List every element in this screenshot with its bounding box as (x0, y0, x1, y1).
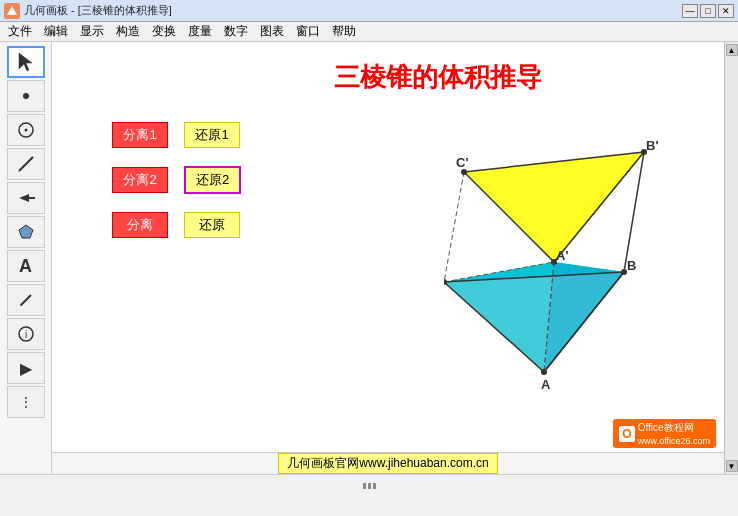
main-layout: A i ▶ ⋮ 三棱锥的体积推导 分离1 还原1 (0, 42, 738, 474)
title-bar: 几何画板 - [三棱锥的体积推导] — □ ✕ (0, 0, 738, 22)
menu-display[interactable]: 显示 (74, 22, 110, 41)
tool-text[interactable]: A (7, 250, 45, 282)
close-button[interactable]: ✕ (718, 4, 734, 18)
office-icon: O (619, 426, 634, 442)
svg-marker-6 (19, 194, 35, 202)
menu-file[interactable]: 文件 (2, 22, 38, 41)
svg-line-5 (19, 157, 33, 171)
toolbar: A i ▶ ⋮ (0, 42, 52, 474)
svg-marker-7 (19, 225, 33, 238)
svg-text:C': C' (456, 155, 468, 170)
canvas-area[interactable]: 三棱锥的体积推导 分离1 还原1 分离2 还原2 分离 还原 (52, 42, 724, 474)
svg-line-16 (444, 172, 464, 282)
separate3-button[interactable]: 分离 (112, 212, 168, 238)
scroll-pip2 (368, 483, 371, 489)
tool-dots[interactable]: ⋮ (7, 386, 45, 418)
office-url: www.office26.com (638, 436, 710, 446)
svg-marker-1 (19, 53, 32, 71)
svg-point-4 (24, 129, 27, 132)
menu-construct[interactable]: 构造 (110, 22, 146, 41)
menu-transform[interactable]: 变换 (146, 22, 182, 41)
svg-point-37 (461, 169, 467, 175)
svg-point-2 (23, 93, 29, 99)
title-bar-text: 几何画板 - [三棱锥的体积推导] (24, 3, 172, 18)
minimize-button[interactable]: — (682, 4, 698, 18)
tool-compass[interactable] (7, 114, 45, 146)
geometry-svg: C' B' A' C B A (444, 92, 694, 412)
restore1-button[interactable]: 还原1 (184, 122, 240, 148)
office-label: Office教程网www.office26.com (638, 421, 710, 446)
action-row-3: 分离 还原 (112, 212, 241, 238)
tool-more[interactable]: ▶ (7, 352, 45, 384)
svg-point-42 (541, 369, 547, 375)
scroll-pip (363, 483, 366, 489)
svg-marker-0 (7, 6, 17, 15)
app-icon (4, 3, 20, 19)
menu-graph[interactable]: 图表 (254, 22, 290, 41)
tool-info[interactable]: i (7, 318, 45, 350)
office-logo: O Office教程网www.office26.com (613, 419, 716, 448)
website-text: 几何画板官网www.jihehuaban.com.cn (278, 453, 497, 474)
scroll-up[interactable]: ▲ (726, 44, 738, 56)
restore3-button[interactable]: 还原 (184, 212, 240, 238)
maximize-button[interactable]: □ (700, 4, 716, 18)
right-scrollbar[interactable]: ▲ ▼ (724, 42, 738, 474)
svg-text:B: B (627, 258, 636, 273)
svg-text:i: i (24, 329, 26, 340)
title-bar-left: 几何画板 - [三棱锥的体积推导] (4, 3, 172, 19)
svg-line-8 (21, 295, 31, 305)
svg-point-39 (551, 259, 557, 265)
scroll-indicator (4, 483, 734, 489)
action-row-1: 分离1 还原1 (112, 122, 241, 148)
menu-number[interactable]: 数字 (218, 22, 254, 41)
menu-help[interactable]: 帮助 (326, 22, 362, 41)
svg-text:A': A' (556, 248, 568, 263)
svg-point-41 (621, 269, 627, 275)
geometry-area: C' B' A' C B A (444, 92, 694, 416)
title-bar-controls[interactable]: — □ ✕ (682, 4, 734, 18)
svg-point-38 (641, 149, 647, 155)
scroll-down[interactable]: ▼ (726, 460, 738, 472)
restore2-button[interactable]: 还原2 (184, 166, 241, 194)
tool-pencil[interactable] (7, 284, 45, 316)
tool-select[interactable] (7, 46, 45, 78)
svg-text:A: A (541, 377, 551, 392)
button-panel: 分离1 还原1 分离2 还原2 分离 还原 (112, 122, 241, 256)
separate1-button[interactable]: 分离1 (112, 122, 168, 148)
menu-edit[interactable]: 编辑 (38, 22, 74, 41)
menu-measure[interactable]: 度量 (182, 22, 218, 41)
tool-point[interactable] (7, 80, 45, 112)
bottom-bar: 几何画板官网www.jihehuaban.com.cn (52, 452, 724, 474)
svg-marker-14 (544, 262, 624, 372)
menu-bar: 文件 编辑 显示 构造 变换 度量 数字 图表 窗口 帮助 (0, 22, 738, 42)
tool-polygon[interactable] (7, 216, 45, 248)
separate2-button[interactable]: 分离2 (112, 167, 168, 193)
status-bar (0, 474, 738, 496)
tool-line[interactable] (7, 148, 45, 180)
scroll-pip3 (373, 483, 376, 489)
menu-window[interactable]: 窗口 (290, 22, 326, 41)
tool-arrow-right[interactable] (7, 182, 45, 214)
action-row-2: 分离2 还原2 (112, 166, 241, 194)
svg-text:B': B' (646, 138, 658, 153)
page-title: 三棱锥的体积推导 (152, 60, 724, 95)
